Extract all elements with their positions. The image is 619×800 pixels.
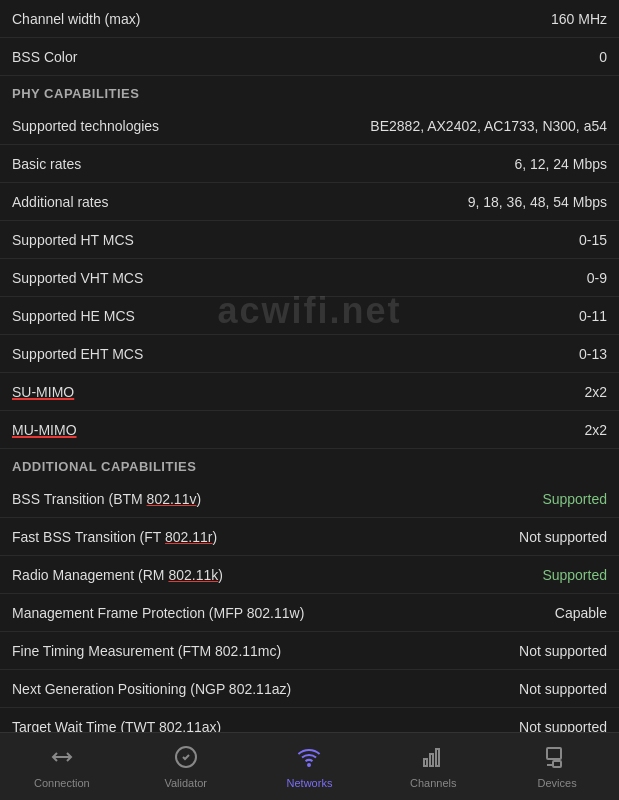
fast-bss-value: Not supported xyxy=(519,529,607,545)
svg-rect-6 xyxy=(547,748,561,759)
bss-color-label: BSS Color xyxy=(12,49,599,65)
bottom-nav: Connection Validator Networks Channels xyxy=(0,732,619,800)
ht-mcs-row: Supported HT MCS 0-15 xyxy=(0,221,619,259)
nav-devices[interactable]: Devices xyxy=(495,733,619,800)
main-content: Channel width (max) 160 MHz BSS Color 0 … xyxy=(0,0,619,800)
mu-mimo-row: MU-MIMO 2x2 xyxy=(0,411,619,449)
mfp-row: Management Frame Protection (MFP 802.11w… xyxy=(0,594,619,632)
nav-connection[interactable]: Connection xyxy=(0,733,124,800)
channels-icon xyxy=(421,745,445,773)
he-mcs-value: 0-11 xyxy=(579,308,607,324)
validator-icon xyxy=(174,745,198,773)
channel-width-row: Channel width (max) 160 MHz xyxy=(0,0,619,38)
fast-bss-label: Fast BSS Transition (FT 802.11r) xyxy=(12,529,519,545)
additional-rates-value: 9, 18, 36, 48, 54 Mbps xyxy=(468,194,607,210)
supported-technologies-row: Supported technologies BE2882, AX2402, A… xyxy=(0,107,619,145)
ngp-value: Not supported xyxy=(519,681,607,697)
bss-color-row: BSS Color 0 xyxy=(0,38,619,76)
additional-section-header: ADDITIONAL CAPABILITIES xyxy=(0,449,619,480)
ht-mcs-value: 0-15 xyxy=(579,232,607,248)
channel-width-value: 160 MHz xyxy=(551,11,607,27)
svg-rect-5 xyxy=(436,749,439,766)
mu-mimo-label: MU-MIMO xyxy=(12,422,584,438)
su-mimo-row: SU-MIMO 2x2 xyxy=(0,373,619,411)
svg-rect-4 xyxy=(430,754,433,766)
ftm-value: Not supported xyxy=(519,643,607,659)
svg-rect-3 xyxy=(424,759,427,766)
eht-mcs-value: 0-13 xyxy=(579,346,607,362)
bss-transition-row: BSS Transition (BTM 802.11v) Supported xyxy=(0,480,619,518)
ftm-row: Fine Timing Measurement (FTM 802.11mc) N… xyxy=(0,632,619,670)
he-mcs-row: Supported HE MCS 0-11 xyxy=(0,297,619,335)
eht-mcs-label: Supported EHT MCS xyxy=(12,346,579,362)
mfp-value: Capable xyxy=(555,605,607,621)
nav-networks[interactable]: Networks xyxy=(248,733,372,800)
mfp-label: Management Frame Protection (MFP 802.11w… xyxy=(12,605,555,621)
fast-bss-row: Fast BSS Transition (FT 802.11r) Not sup… xyxy=(0,518,619,556)
su-mimo-label: SU-MIMO xyxy=(12,384,584,400)
networks-icon xyxy=(297,745,321,773)
radio-management-label: Radio Management (RM 802.11k) xyxy=(12,567,542,583)
ngp-row: Next Generation Positioning (NGP 802.11a… xyxy=(0,670,619,708)
su-mimo-value: 2x2 xyxy=(584,384,607,400)
nav-validator-label: Validator xyxy=(164,777,207,789)
nav-validator[interactable]: Validator xyxy=(124,733,248,800)
supported-technologies-label: Supported technologies xyxy=(12,118,370,134)
phy-section-header: PHY CAPABILITIES xyxy=(0,76,619,107)
nav-networks-label: Networks xyxy=(287,777,333,789)
radio-management-value: Supported xyxy=(542,567,607,583)
vht-mcs-row: Supported VHT MCS 0-9 xyxy=(0,259,619,297)
ftm-label: Fine Timing Measurement (FTM 802.11mc) xyxy=(12,643,519,659)
supported-technologies-value: BE2882, AX2402, AC1733, N300, a54 xyxy=(370,118,607,134)
nav-channels[interactable]: Channels xyxy=(371,733,495,800)
vht-mcs-label: Supported VHT MCS xyxy=(12,270,587,286)
ht-mcs-label: Supported HT MCS xyxy=(12,232,579,248)
nav-connection-label: Connection xyxy=(34,777,90,789)
channel-width-label: Channel width (max) xyxy=(12,11,551,27)
basic-rates-value: 6, 12, 24 Mbps xyxy=(514,156,607,172)
bss-transition-value: Supported xyxy=(542,491,607,507)
bss-transition-label: BSS Transition (BTM 802.11v) xyxy=(12,491,542,507)
vht-mcs-value: 0-9 xyxy=(587,270,607,286)
svg-rect-7 xyxy=(553,761,561,767)
nav-devices-label: Devices xyxy=(538,777,577,789)
connection-icon xyxy=(50,745,74,773)
mu-mimo-value: 2x2 xyxy=(584,422,607,438)
nav-channels-label: Channels xyxy=(410,777,456,789)
basic-rates-label: Basic rates xyxy=(12,156,514,172)
eht-mcs-row: Supported EHT MCS 0-13 xyxy=(0,335,619,373)
bss-color-value: 0 xyxy=(599,49,607,65)
additional-rates-label: Additional rates xyxy=(12,194,468,210)
additional-rates-row: Additional rates 9, 18, 36, 48, 54 Mbps xyxy=(0,183,619,221)
ngp-label: Next Generation Positioning (NGP 802.11a… xyxy=(12,681,519,697)
basic-rates-row: Basic rates 6, 12, 24 Mbps xyxy=(0,145,619,183)
svg-point-2 xyxy=(308,764,310,766)
devices-icon xyxy=(545,745,569,773)
he-mcs-label: Supported HE MCS xyxy=(12,308,579,324)
radio-management-row: Radio Management (RM 802.11k) Supported xyxy=(0,556,619,594)
